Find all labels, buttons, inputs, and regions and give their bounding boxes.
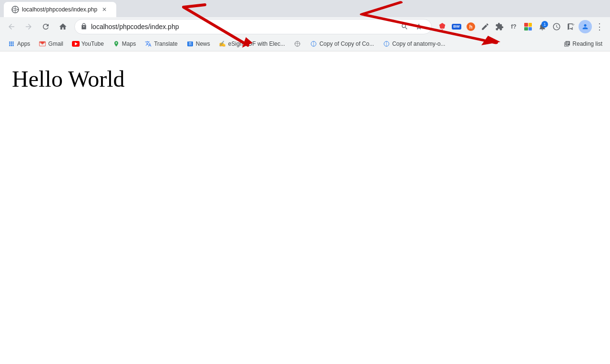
extension-clock-button[interactable] (550, 20, 563, 33)
back-button[interactable] (4, 19, 19, 34)
bookmark-generic1[interactable] (290, 38, 305, 50)
bookmarks-bar: Apps Gmail YouTube Maps (0, 36, 610, 51)
bookmark-youtube[interactable]: YouTube (68, 38, 108, 50)
reading-list-label: Reading list (572, 40, 602, 47)
search-button[interactable] (398, 20, 411, 33)
chrome-menu-button[interactable]: ⋮ (593, 20, 606, 33)
bookmark-gmail-label: Gmail (48, 40, 63, 47)
extension-google-button[interactable] (521, 20, 535, 33)
toolbar-extensions: BW h f? (436, 20, 606, 33)
apps-icon (8, 40, 15, 48)
anatomy-icon (383, 40, 390, 48)
bookmark-esign-label: eSign PDF with Elec... (228, 40, 285, 47)
bookmark-esign[interactable]: ✍ eSign PDF with Elec... (215, 38, 289, 50)
tab-bar: localhost/phpcodes/index.php ✕ (0, 0, 610, 17)
home-button[interactable] (55, 19, 71, 34)
bookmark-star-button[interactable] (412, 20, 426, 33)
bookmark-apps-label: Apps (17, 40, 30, 47)
profile-button[interactable] (579, 20, 592, 33)
forward-button[interactable] (21, 19, 36, 34)
bookmark-news[interactable]: News (183, 38, 214, 50)
active-tab[interactable]: localhost/phpcodes/index.php ✕ (4, 2, 116, 17)
address-bar-actions (398, 20, 426, 33)
bookmark-news-label: News (196, 40, 210, 47)
gmail-icon (39, 40, 46, 48)
page-content: Hello World (0, 51, 610, 364)
bookmark-gmail[interactable]: Gmail (35, 38, 67, 50)
bookmark-copy1[interactable]: Copy of Copy of Co... (306, 38, 378, 50)
browser-chrome: localhost/phpcodes/index.php ✕ localhost… (0, 0, 610, 51)
address-bar[interactable]: localhost/phpcodes/index.php (74, 19, 432, 34)
youtube-icon (72, 40, 80, 48)
reload-button[interactable] (38, 19, 53, 34)
maps-icon (112, 40, 120, 48)
lock-icon (81, 23, 87, 31)
bookmark-anatomy-label: Copy of anatomy-o... (392, 40, 445, 47)
bookmark-translate[interactable]: Translate (141, 38, 182, 50)
extension-bookmark-button[interactable] (564, 20, 578, 33)
tab-favicon (11, 6, 19, 13)
notification-badge: 1 (541, 21, 548, 28)
tab-close-icon[interactable]: ✕ (100, 5, 109, 14)
news-icon (186, 40, 194, 48)
extensions-button[interactable] (493, 20, 506, 33)
reading-list-button[interactable]: Reading list (560, 39, 606, 49)
extension-bitwarden-button[interactable]: BW (450, 20, 463, 33)
bookmark-youtube-label: YouTube (81, 40, 104, 47)
extension-font-button[interactable]: f? (507, 20, 520, 33)
bookmark-copy1-label: Copy of Copy of Co... (319, 40, 374, 47)
extension-notification-wrapper: 1 (536, 20, 549, 33)
toolbar: localhost/phpcodes/index.php BW (0, 17, 610, 36)
esign-icon: ✍ (219, 40, 226, 48)
bookmark-anatomy[interactable]: Copy of anatomy-o... (379, 38, 449, 50)
translate-icon (144, 40, 152, 48)
page-heading: Hello World (12, 66, 598, 92)
bookmark-apps[interactable]: Apps (4, 38, 34, 50)
extension-vivaldi-button[interactable] (436, 20, 449, 33)
generic1-icon (294, 40, 301, 48)
copy1-icon (310, 40, 317, 48)
bookmark-maps[interactable]: Maps (109, 38, 140, 50)
address-text: localhost/phpcodes/index.php (91, 23, 394, 30)
bookmark-translate-label: Translate (154, 40, 178, 47)
extension-honey-button[interactable]: h (464, 20, 478, 33)
tab-title: localhost/phpcodes/index.php (22, 6, 97, 13)
bookmark-maps-label: Maps (122, 40, 136, 47)
extension-stylus-button[interactable] (478, 20, 492, 33)
